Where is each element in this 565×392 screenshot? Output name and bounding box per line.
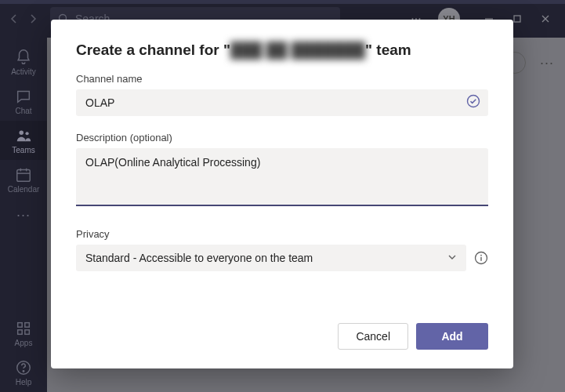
svg-point-18 — [468, 96, 480, 107]
cancel-button[interactable]: Cancel — [338, 323, 408, 350]
svg-point-20 — [480, 255, 482, 256]
channel-name-label: Channel name — [76, 73, 488, 85]
description-input[interactable] — [76, 148, 488, 206]
privacy-label: Privacy — [76, 228, 488, 240]
check-circle-icon — [466, 94, 480, 111]
privacy-select-value: Standard - Accessible to everyone on the… — [85, 252, 313, 264]
team-name-obscured: ███ ██ ███████ — [230, 42, 365, 59]
add-button[interactable]: Add — [416, 323, 488, 350]
create-channel-modal: Create a channel for "███ ██ ███████" te… — [51, 20, 513, 368]
svg-rect-21 — [480, 257, 481, 261]
chevron-down-icon — [447, 252, 457, 264]
privacy-select[interactable]: Standard - Accessible to everyone on the… — [76, 245, 466, 271]
channel-name-input[interactable] — [76, 89, 488, 116]
info-icon[interactable] — [474, 251, 488, 265]
description-label: Description (optional) — [76, 132, 488, 143]
modal-title: Create a channel for "███ ██ ███████" te… — [76, 42, 488, 59]
